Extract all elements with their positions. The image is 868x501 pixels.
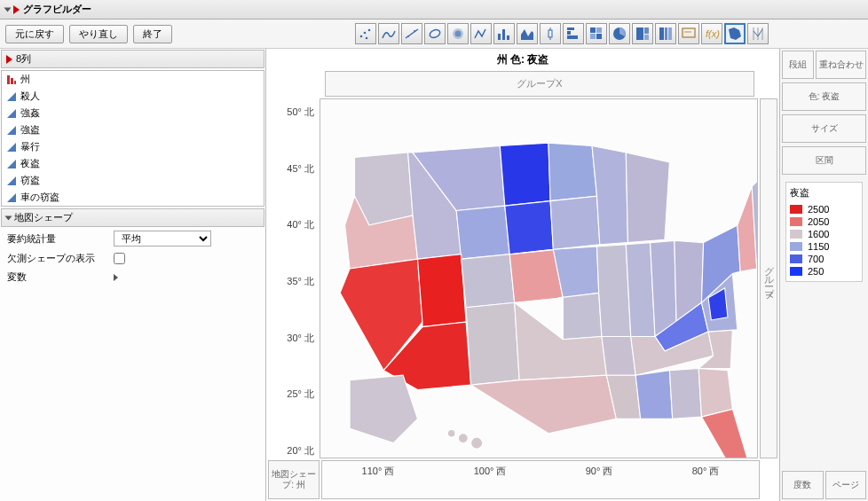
columns-header[interactable]: 8列: [1, 50, 264, 68]
area-icon[interactable]: [517, 23, 538, 44]
line-icon[interactable]: [470, 23, 492, 44]
undo-button[interactable]: 元に戻す: [5, 25, 64, 43]
continuous-icon: [7, 109, 16, 118]
page-dropzone[interactable]: ページ: [825, 471, 867, 499]
map-shapes-icon[interactable]: [724, 23, 746, 44]
svg-point-0: [360, 35, 363, 38]
svg-point-5: [407, 35, 409, 37]
heatmap-icon[interactable]: [586, 23, 607, 44]
svg-rect-20: [596, 27, 602, 33]
var-row: 変数: [0, 268, 265, 286]
contour-icon[interactable]: [447, 23, 469, 44]
columns-count: 8列: [16, 52, 31, 66]
boxplot-icon[interactable]: [540, 23, 561, 44]
column-item[interactable]: 強姦: [2, 105, 264, 121]
x-axis: 110° 西 100° 西 90° 西 80° 西: [321, 460, 760, 499]
svg-rect-28: [665, 27, 667, 40]
column-item[interactable]: 殺人: [2, 88, 264, 105]
continuous-icon: [7, 193, 16, 202]
ellipse-icon[interactable]: [424, 23, 446, 44]
column-item[interactable]: 夜盗: [2, 155, 264, 172]
nominal-icon: [7, 75, 16, 84]
legend-swatch: [790, 217, 802, 226]
group-x-dropzone[interactable]: グループX: [325, 71, 754, 97]
svg-rect-38: [14, 81, 16, 84]
column-item[interactable]: 暴行: [2, 138, 264, 155]
map-shape-header[interactable]: 地図シェープ: [1, 208, 264, 227]
missing-row: 欠測シェープの表示: [0, 249, 265, 268]
svg-point-6: [414, 30, 415, 32]
stat-select[interactable]: 平均: [114, 231, 211, 247]
svg-rect-25: [644, 27, 649, 34]
window-titlebar: グラフビルダー: [0, 0, 868, 20]
columns-list: 州 殺人 強姦 強盗 暴行 夜盗 窃盗 車の窃盗: [1, 70, 264, 207]
size-dropzone[interactable]: サイズ: [782, 114, 866, 143]
svg-rect-10: [498, 34, 501, 40]
red-triangle-icon[interactable]: [6, 55, 12, 64]
svg-line-4: [406, 29, 418, 38]
map-canvas[interactable]: [320, 98, 758, 458]
overlap-dropzone[interactable]: 重ね合わせ: [816, 51, 866, 79]
redo-button[interactable]: やり直し: [69, 25, 128, 43]
disclosure-icon[interactable]: [114, 274, 118, 281]
svg-rect-12: [507, 35, 509, 40]
formula-icon[interactable]: f(x): [701, 23, 722, 44]
svg-rect-16: [567, 31, 571, 35]
color-legend: 夜盗 2500 2050 1600 1150 700 250: [785, 182, 863, 282]
right-panel: 段組 重ね合わせ 色: 夜盗 サイズ 区間 夜盗 2500 2050 1600 …: [779, 49, 868, 501]
legend-swatch: [790, 242, 802, 251]
continuous-icon: [7, 160, 16, 168]
legend-swatch: [790, 254, 802, 263]
stat-label: 要約統計量: [7, 232, 105, 246]
disclosure-icon[interactable]: [4, 7, 12, 12]
svg-rect-27: [659, 27, 664, 40]
interval-dropzone[interactable]: 区間: [782, 146, 866, 175]
color-dropzone[interactable]: 色: 夜盗: [782, 82, 866, 111]
freq-dropzone[interactable]: 度数: [782, 471, 824, 499]
svg-point-2: [368, 29, 371, 32]
us-map-svg: [320, 99, 757, 458]
svg-rect-18: [567, 35, 578, 39]
svg-point-3: [366, 37, 368, 40]
mosaic-icon[interactable]: [655, 23, 676, 44]
svg-rect-21: [590, 34, 596, 39]
column-item[interactable]: 強盗: [2, 121, 264, 138]
continuous-icon: [7, 126, 16, 135]
continuous-icon: [7, 176, 16, 185]
svg-rect-19: [590, 27, 596, 33]
svg-text:f(x): f(x): [706, 28, 720, 39]
pie-icon[interactable]: [609, 23, 630, 44]
stat-row: 要約統計量 平均: [0, 228, 265, 249]
column-item[interactable]: 州: [2, 71, 264, 88]
points-icon[interactable]: [355, 23, 376, 44]
done-button[interactable]: 終了: [133, 25, 172, 43]
toolbar: 元に戻す やり直し 終了 f(x): [0, 20, 868, 49]
svg-point-40: [458, 434, 468, 443]
legend-title: 夜盗: [790, 186, 858, 200]
continuous-icon: [7, 143, 16, 152]
svg-rect-11: [502, 29, 505, 40]
svg-rect-36: [7, 75, 10, 84]
caption-icon[interactable]: [678, 23, 699, 44]
chart-type-toolbar: f(x): [355, 23, 769, 44]
line-fit-icon[interactable]: [401, 23, 422, 44]
red-triangle-icon[interactable]: [13, 5, 20, 14]
column-item[interactable]: 車の窃盗: [2, 189, 264, 206]
group-y-dropzone[interactable]: グループY: [760, 98, 777, 458]
chart-area: 州 色: 夜盗 グループX 50° 北 45° 北 40° 北 35° 北 30…: [266, 49, 779, 501]
map-shape-assigned[interactable]: 地図シェープ: 州: [268, 460, 320, 499]
column-item[interactable]: 窃盗: [2, 172, 264, 189]
continuous-icon: [7, 92, 16, 101]
svg-point-7: [429, 28, 441, 39]
bar-icon[interactable]: [493, 23, 515, 44]
svg-point-9: [455, 31, 462, 37]
window-title: グラフビルダー: [23, 3, 91, 16]
parallel-icon[interactable]: [747, 23, 769, 44]
svg-point-1: [364, 32, 367, 35]
treemap-icon[interactable]: [632, 23, 653, 44]
missing-checkbox[interactable]: [114, 253, 125, 264]
histogram-icon[interactable]: [563, 23, 584, 44]
disclosure-icon[interactable]: [5, 215, 12, 220]
smoother-icon[interactable]: [378, 23, 399, 44]
dankumi-dropzone[interactable]: 段組: [782, 51, 814, 79]
